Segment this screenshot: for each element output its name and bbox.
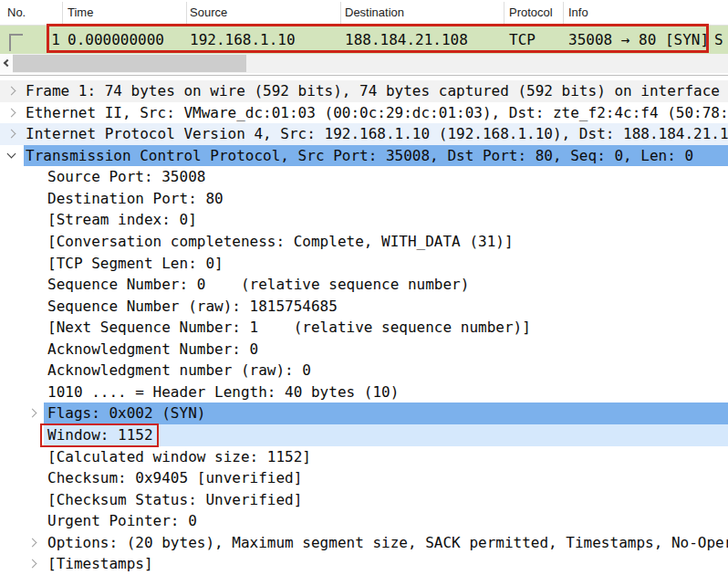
detail-row-text: [TCP Segment Len: 0]: [44, 255, 224, 272]
detail-row-text: Checksum: 0x9405 [unverified]: [44, 469, 302, 486]
detail-row-text: Options: (20 bytes), Maximum segment siz…: [44, 534, 728, 551]
column-separator[interactable]: [504, 2, 504, 24]
detail-row[interactable]: Window: 1152: [0, 424, 728, 446]
packet-protocol-cell: TCP: [509, 26, 536, 54]
scroll-left-button[interactable]: [0, 54, 13, 73]
detail-row-text: Acknowledgment number (raw): 0: [44, 361, 311, 379]
detail-row[interactable]: [TCP Segment Len: 0]: [0, 253, 728, 275]
packet-info-overflow: S: [714, 26, 723, 54]
detail-row[interactable]: 1010 .... = Header Length: 40 bytes (10): [0, 382, 728, 403]
detail-row-text: [Next Sequence Number: 1 (relative seque…: [44, 319, 531, 336]
packet-destination-cell: 188.184.21.108: [345, 26, 468, 54]
detail-row-text: Window: 1152: [44, 426, 153, 444]
detail-row-text: [Timestamps]: [44, 555, 153, 572]
splitter-line: [0, 75, 728, 76]
horizontal-scrollbar[interactable]: [0, 54, 728, 73]
column-header-protocol[interactable]: Protocol: [509, 0, 553, 26]
detail-row[interactable]: Internet Protocol Version 4, Src: 192.16…: [0, 123, 728, 145]
collapse-toggle-icon[interactable]: [7, 149, 16, 158]
detail-row[interactable]: Acknowledgment Number: 0: [0, 339, 728, 361]
packet-row[interactable]: 1 0.000000000 192.168.1.10 188.184.21.10…: [0, 26, 728, 54]
detail-row[interactable]: [Timestamps]: [0, 553, 728, 575]
detail-row[interactable]: [Calculated window size: 1152]: [0, 446, 728, 468]
column-separator[interactable]: [340, 2, 341, 24]
detail-row-text: [Calculated window size: 1152]: [44, 448, 311, 465]
detail-row[interactable]: Options: (20 bytes), Maximum segment siz…: [0, 532, 728, 554]
detail-row[interactable]: [Stream index: 0]: [0, 209, 728, 231]
pane-splitter[interactable]: [0, 73, 728, 80]
detail-row[interactable]: Transmission Control Protocol, Src Port:…: [0, 145, 728, 167]
detail-row[interactable]: [Conversation completeness: Complete, WI…: [0, 231, 728, 253]
detail-row-text: Urgent Pointer: 0: [44, 512, 197, 529]
expand-toggle-icon[interactable]: [7, 87, 16, 96]
detail-row-text: [Stream index: 0]: [44, 211, 197, 228]
scrollbar-thumb[interactable]: [13, 55, 246, 72]
packet-info-cell: 35008 → 80 [SYN]: [568, 26, 709, 54]
detail-row-text: [Conversation completeness: Complete, WI…: [44, 233, 514, 250]
detail-row[interactable]: Acknowledgment number (raw): 0: [0, 360, 728, 382]
detail-row[interactable]: [Next Sequence Number: 1 (relative seque…: [0, 317, 728, 339]
column-header-time[interactable]: Time: [68, 0, 93, 26]
packet-details-pane: Frame 1: 74 bytes on wire (592 bits), 74…: [0, 80, 728, 575]
detail-row[interactable]: Frame 1: 74 bytes on wire (592 bits), 74…: [0, 80, 728, 102]
detail-row-text: [Checksum Status: Unverified]: [44, 491, 302, 508]
detail-row-text: Destination Port: 80: [44, 190, 224, 207]
column-header-source[interactable]: Source: [190, 0, 227, 26]
expand-toggle-icon[interactable]: [7, 108, 16, 117]
expand-toggle-icon[interactable]: [28, 409, 37, 418]
detail-row-text: Ethernet II, Src: VMware_dc:01:03 (00:0c…: [24, 104, 728, 121]
packet-time-cell: 0.000000000: [68, 26, 164, 54]
detail-row[interactable]: Urgent Pointer: 0: [0, 510, 728, 532]
detail-row[interactable]: Sequence Number: 0 (relative sequence nu…: [0, 274, 728, 296]
expand-toggle-icon[interactable]: [28, 559, 37, 569]
detail-row-text: Sequence Number: 0 (relative sequence nu…: [44, 276, 469, 293]
detail-row-text: Internet Protocol Version 4, Src: 192.16…: [24, 125, 728, 142]
detail-row[interactable]: Checksum: 0x9405 [unverified]: [0, 467, 728, 489]
packet-no-cell: 1: [0, 26, 60, 54]
expand-toggle-icon[interactable]: [28, 538, 37, 547]
detail-row[interactable]: Destination Port: 80: [0, 188, 728, 210]
column-header-no[interactable]: No.: [7, 0, 26, 26]
detail-row-text: Transmission Control Protocol, Src Port:…: [24, 147, 693, 164]
column-separator[interactable]: [563, 2, 564, 24]
detail-row-text: 1010 .... = Header Length: 40 bytes (10): [44, 383, 399, 401]
detail-row-text: Source Port: 35008: [44, 168, 205, 185]
detail-row[interactable]: Ethernet II, Src: VMware_dc:01:03 (00:0c…: [0, 102, 728, 124]
packet-source-cell: 192.168.1.10: [190, 26, 296, 54]
detail-row[interactable]: Flags: 0x002 (SYN): [0, 402, 728, 424]
packet-list-header: No. Time Source Destination Protocol Inf…: [0, 0, 728, 26]
expand-toggle-icon[interactable]: [7, 130, 16, 139]
detail-row[interactable]: [Checksum Status: Unverified]: [0, 489, 728, 511]
detail-row-text: Sequence Number (raw): 1815754685: [44, 298, 338, 315]
detail-row[interactable]: Source Port: 35008: [0, 166, 728, 188]
detail-row[interactable]: Sequence Number (raw): 1815754685: [0, 296, 728, 318]
column-header-info[interactable]: Info: [568, 0, 588, 26]
wireshark-window: No. Time Source Destination Protocol Inf…: [0, 0, 728, 575]
detail-row-text: Frame 1: 74 bytes on wire (592 bits), 74…: [24, 82, 720, 99]
column-separator[interactable]: [186, 2, 187, 24]
column-header-destination[interactable]: Destination: [345, 0, 404, 26]
column-separator[interactable]: [62, 2, 63, 24]
detail-row-text: Acknowledgment Number: 0: [44, 340, 258, 358]
chevron-left-icon: [4, 59, 11, 67]
detail-row-text: Flags: 0x002 (SYN): [44, 404, 205, 422]
